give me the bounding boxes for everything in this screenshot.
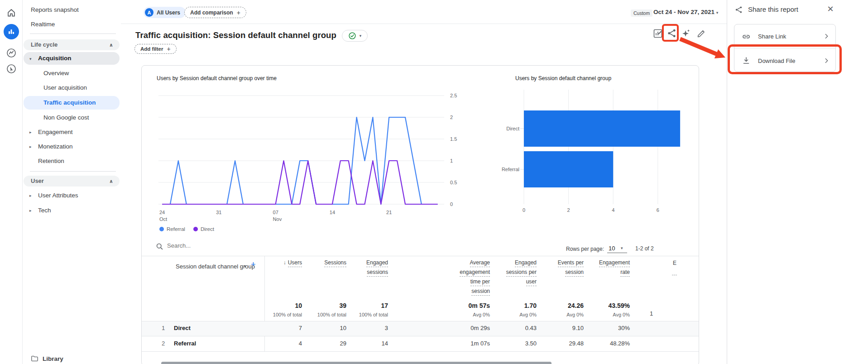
explore-icon[interactable] [6, 48, 17, 58]
legend-item-referral: Referral [159, 226, 185, 232]
chevron-up-icon: ∧ [109, 39, 113, 50]
share-icon [734, 5, 743, 14]
bar-referral [524, 151, 613, 187]
link-icon [742, 32, 751, 41]
line-chart: 00.511.522.524Oct3107Nov1421 [153, 89, 475, 225]
row-divider [142, 336, 699, 336]
x-axis-label: 24 [159, 210, 165, 215]
bar-chart: 0246DirectReferral [494, 89, 699, 225]
sidebar-section-user[interactable]: User ∧ [24, 176, 120, 187]
divider [121, 24, 727, 24]
item-label: Library [43, 355, 63, 362]
table-bottom-border [142, 351, 699, 352]
chevron-up-icon: ∧ [109, 176, 113, 187]
sidebar-item-monetization[interactable]: ▸ Monetization [24, 140, 120, 153]
item-label: Tech [38, 207, 51, 214]
channel-name: Direct [174, 325, 191, 331]
caret-down-icon: ▾ [716, 10, 719, 15]
table-cell: 3 [329, 325, 388, 331]
download-file-option[interactable]: Download File [734, 48, 835, 72]
reports-icon-active[interactable] [4, 24, 19, 39]
rows-per-page-select[interactable]: 10 [609, 245, 615, 252]
audience-pill-all-users[interactable]: A All Users [144, 7, 186, 18]
x-axis-label: 0 [523, 207, 525, 213]
pagination-status: 1-2 of 2 [635, 245, 654, 252]
column-header[interactable]: Engagedsessions [329, 259, 388, 278]
date-range-selector[interactable]: Oct 24 - Nov 27, 2021 ▾ [653, 9, 718, 15]
legend-dot [159, 227, 164, 231]
sidebar-item-engagement[interactable]: ▸ Engagement [24, 126, 120, 139]
caret-right-icon: ▸ [29, 140, 32, 153]
clipped-column-header: E [673, 260, 676, 266]
channel-name: Referral [174, 340, 196, 347]
column-header-line: user [526, 278, 537, 286]
sidebar-section-life-cycle[interactable]: Life cycle ∧ [24, 39, 120, 50]
column-header-line: rate [620, 269, 630, 277]
sidebar-item-traffic-acquisition[interactable]: Traffic acquisition [24, 96, 120, 110]
x-axis-label: 31 [216, 210, 221, 215]
rows-per-page-label: Rows per page: [547, 246, 604, 252]
share-icon[interactable] [666, 28, 677, 40]
share-link-option[interactable]: Share Link [734, 24, 835, 48]
clipped-column-dash [672, 275, 677, 275]
sidebar-divider [30, 34, 116, 34]
sidebar-item-non-google-cost[interactable]: Non Google cost [24, 111, 120, 124]
close-icon[interactable]: ✕ [824, 3, 837, 15]
totals-sub: Avg 0% [571, 312, 630, 317]
y-axis-label: 0 [450, 201, 453, 207]
caret-right-icon: ▸ [29, 189, 32, 202]
sort-descending-icon: ↓ [283, 259, 286, 266]
sidebar-item-library[interactable]: Library [24, 353, 120, 364]
category-label: Referral [502, 167, 519, 172]
column-header-line: Engaged [366, 259, 388, 267]
x-axis-label: Nov [273, 216, 282, 222]
totals-sub: 100% of total [329, 312, 388, 317]
table-cell: 14 [329, 340, 388, 347]
add-comparison-button[interactable]: Add comparison + [184, 7, 246, 18]
insights-icon[interactable] [680, 28, 692, 40]
reports-sidebar: Reports snapshot Realtime Life cycle ∧ ▾… [23, 0, 120, 364]
search-input[interactable] [167, 242, 267, 249]
home-icon[interactable] [6, 7, 17, 18]
share-report-panel: Share this report ✕ Share Link Download … [727, 0, 868, 364]
sidebar-item-user-acquisition[interactable]: User acquisition [24, 81, 120, 94]
sidebar-item-realtime[interactable]: Realtime [24, 18, 120, 31]
y-axis-label: 2.5 [450, 93, 457, 98]
column-header[interactable]: Engagementrate [571, 259, 630, 278]
caret-right-icon: ▸ [29, 126, 32, 139]
sidebar-item-reports-snapshot[interactable]: Reports snapshot [24, 4, 120, 16]
app-nav-rail [0, 0, 23, 364]
advertising-icon[interactable] [6, 63, 17, 74]
bar-direct [524, 110, 680, 147]
edit-icon[interactable] [695, 28, 707, 40]
report-validity-badge[interactable]: ▾ [342, 30, 368, 42]
sidebar-item-tech[interactable]: ▸ Tech [24, 204, 120, 217]
table-cell: 30% [571, 325, 630, 331]
sidebar-item-overview[interactable]: Overview [24, 67, 120, 80]
legend-dot [193, 227, 198, 231]
date-range-label: Oct 24 - Nov 27, 2021 [653, 9, 715, 15]
horizontal-scrollbar[interactable] [161, 362, 551, 364]
bar-chart-title: Users by Session default channel group [515, 75, 611, 81]
sidebar-item-retention[interactable]: Retention [24, 155, 120, 168]
chart-legend: ReferralDirect [159, 225, 222, 233]
x-axis-label: 2 [567, 207, 570, 213]
customize-report-icon[interactable] [652, 28, 664, 40]
item-label: Engagement [38, 129, 73, 135]
add-filter-button[interactable]: Add filter + [134, 44, 177, 54]
sidebar-item-acquisition[interactable]: ▾ Acquisition [24, 52, 120, 65]
section-label: Life cycle [31, 41, 58, 48]
sidebar-item-user-attributes[interactable]: ▸ User Attributes [24, 189, 120, 202]
item-label: Acquisition [38, 55, 72, 62]
row-number: 1 [162, 325, 165, 331]
report-card: Users by Session default channel group o… [141, 65, 699, 364]
date-mode-chip: Custom [631, 10, 652, 17]
column-header-line: sessions [367, 269, 388, 277]
clipped-totals-fragment: 1 [650, 310, 653, 317]
share-link-label: Share Link [758, 33, 786, 40]
plus-icon: + [167, 45, 170, 53]
add-filter-label: Add filter [140, 46, 163, 52]
page-title: Traffic acquisition: Session default cha… [135, 30, 336, 40]
x-axis-label: 4 [612, 207, 614, 213]
row-number: 2 [162, 340, 165, 347]
